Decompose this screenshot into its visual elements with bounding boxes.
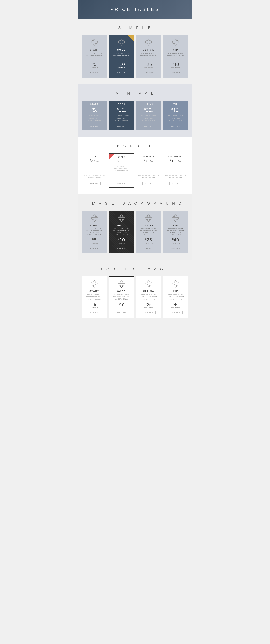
simple-cards-row: START RESPONSIVE DESIGNCOLOR CUSTOMIZATI… [82,35,188,78]
svg-marker-3 [172,39,179,46]
join-button[interactable]: JOIN NOW [88,124,101,128]
price-value: $12.9/mo [165,159,187,163]
divider [147,164,150,164]
diamond-icon [117,38,126,47]
price-value: $7.9/mo [138,159,160,163]
svg-marker-7 [172,215,179,222]
border-cards-row: MINI $2.9/mo 10GB WEB SPACEUNLIMITED BAN… [82,153,188,188]
card-title: START [83,224,105,227]
card-features: UNLIMITED SPACEUNLIMITED BANDWIDTHUNLIMI… [138,165,160,179]
border-card-start: START $3.9/mo UNLIMITED SPACEUNLIMITED B… [109,153,134,188]
price-value: $5 [83,237,105,243]
page-title: PRICE TABLES [78,7,192,12]
join-button[interactable]: JOIN NOW [169,124,182,128]
minimal-section: M I N I M A L START $5m RESPONSIVE DESIG… [78,84,192,137]
card-title: ULTIMA [138,48,160,51]
diamond-icon [144,38,153,47]
price-value: $3.9/mo [110,159,133,163]
card-title: VIP [165,48,187,51]
card-features: RESPONSIVE DESIGNCOLOR CUSTOMIZATIONHTML… [110,52,133,60]
svg-marker-10 [145,280,152,288]
card-features: RESPONSIVE DESIGNCOLOR CUSTOMIZATIONHTML… [165,52,187,60]
card-features: RESPONSIVE DESIGNCOLOR CUSTOMIZATIONHTML… [138,52,160,60]
diamond-icon [90,38,98,47]
svg-marker-0 [91,39,98,46]
price-block: $5 per month [84,302,105,308]
join-button[interactable]: JOIN NOW [142,311,156,314]
join-button[interactable]: JOIN NOW [114,124,128,128]
join-button[interactable]: JOIN NOW [143,182,155,185]
price-period: per month [138,307,160,308]
card-features: UNLIMITED SPACEUNLIMITED BANDWIDTHUNLIMI… [110,166,133,179]
svg-marker-8 [91,280,98,288]
card-features: RESPONSIVE DESIGNCOLOR CUSTOMIZATIONHTML… [138,114,160,122]
price-value: $5 [83,62,105,67]
price-period: per month [165,67,187,68]
join-button[interactable]: JOIN NOW [88,182,101,185]
page-header: PRICE TABLES [78,0,192,19]
diamond-icon [144,214,153,222]
price-block: $40 per month [165,62,187,68]
join-button[interactable]: JOIN NOW [115,311,128,314]
diamond-icon [117,214,126,222]
join-button[interactable]: JOIN NOW [114,247,128,250]
minimal-card-good: GOOD $10m RESPONSIVE DESIGNCOLOR CUSTOMI… [109,100,134,130]
join-button[interactable]: JOIN NOW [169,311,183,314]
border-card-advanced: ADVANCED $7.9/mo UNLIMITED SPACEUNLIMITE… [136,153,161,188]
join-button[interactable]: JOIN NOW [115,182,128,185]
join-button[interactable]: JOIN NOW [169,182,182,185]
diamond-icon [172,280,180,288]
card-title: START [83,103,105,106]
price-block: $25 per month [138,62,160,68]
price-value: $40 [165,62,187,67]
simple-title: S I M P L E [82,26,188,30]
price-period: per month [111,307,132,309]
card-title: GOOD [110,48,133,51]
card-features: RESPONSIVE DESIGNCOLOR CUSTOMIZATIONHTML… [83,114,105,122]
join-button[interactable]: JOIN NOW [169,247,182,250]
border-card-ecommerce: E-COMMERCE $12.9/mo UNLIMITED SPACEUNLIM… [163,153,188,188]
price-value: $5m [83,107,105,113]
diamond-icon [172,214,180,222]
join-button[interactable]: JOIN NOW [114,71,128,74]
card-features: RESPONSIVE DESIGNCOLOR CUSTOMIZATIONHTML… [110,228,133,236]
price-period: per month [110,243,133,244]
join-button[interactable]: JOIN NOW [88,311,101,314]
join-button[interactable]: JOIN NOW [88,71,101,74]
price-period: per month [83,67,105,68]
svg-marker-1 [118,39,125,46]
price-value: $25 [138,302,160,307]
join-button[interactable]: JOIN NOW [142,71,156,74]
card-title: E-COMMERCE [165,156,187,158]
price-value: $10 [110,237,133,243]
join-button[interactable]: JOIN NOW [169,71,182,74]
price-block: $40 per month [165,302,186,308]
price-block: $25 per month [138,302,160,308]
card-title: GOOD [110,103,133,106]
card-title: START [84,290,105,292]
price-block: $10 per month [110,237,133,244]
price-period: per month [110,67,133,68]
imgbg-card-start: START RESPONSIVE DESIGNCOLOR CUSTOMIZATI… [82,210,107,253]
border-section: B O R D E R MINI $2.9/mo 10GB WEB SPACEU… [78,137,192,194]
price-value: $25 [138,62,160,67]
card-title: START [83,48,105,51]
price-period: per month [165,307,186,308]
card-features: RESPONSIVE DESIGNCOLOR CUSTOMIZATIONHTML… [165,228,187,236]
imagebg-title: I M A G E B A C K G R A U N D [82,201,188,206]
join-button[interactable]: JOIN NOW [88,247,101,250]
card-title: ULTIMA [138,224,160,227]
svg-marker-9 [118,280,125,288]
price-period: per month [138,243,160,244]
minimal-card-ultima: ULTIMA $25m RESPONSIVE DESIGNCOLOR CUSTO… [136,100,161,130]
price-value: $5 [84,302,105,307]
price-period: per month [138,67,160,68]
imagebg-section: I M A G E B A C K G R A U N D START RESP… [78,194,192,260]
price-value: $40 [165,237,187,243]
card-features: UNLIMITED SPACEUNLIMITED BANDWIDTHUNLIMI… [165,165,187,179]
join-button[interactable]: JOIN NOW [142,124,156,128]
card-features: RESPONSIVE DESIGNCOLOR CUSTOMIZATIONHTML… [165,114,187,122]
minimal-cards-row: START $5m RESPONSIVE DESIGNCOLOR CUSTOMI… [82,100,188,130]
card-title: GOOD [110,224,133,227]
join-button[interactable]: JOIN NOW [142,247,156,250]
